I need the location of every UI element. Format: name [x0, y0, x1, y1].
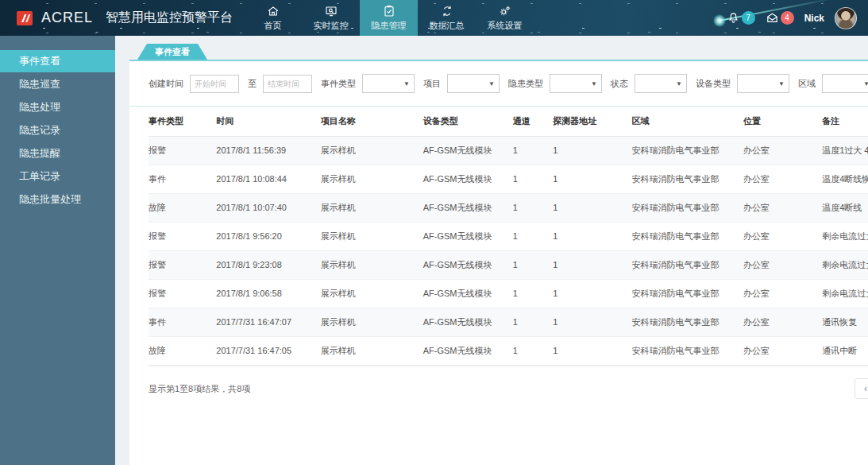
event-table-wrap: 事件类型 时间 项目名称 设备类型 通道 探测器地址 区域 位置 备注 报警20…: [129, 107, 868, 366]
home-icon: [267, 5, 280, 17]
col-remark: 备注: [822, 107, 868, 137]
tab-row: 事件查看: [129, 44, 868, 61]
clipboard-check-icon: [383, 5, 395, 17]
table-row[interactable]: 报警2017/8/1 11:56:39展示样机AF-GSM无线模块11安科瑞消防…: [149, 137, 868, 165]
bell-icon: [727, 11, 740, 25]
messages-mail[interactable]: 4: [766, 11, 794, 25]
table-cell: 1: [513, 223, 554, 251]
table-cell: AF-GSM无线模块: [423, 194, 513, 223]
table-cell: AF-GSM无线模块: [423, 280, 513, 308]
table-cell: 安科瑞消防电气事业部: [631, 280, 743, 308]
notifications-bell[interactable]: 7: [727, 11, 755, 25]
event-type-select[interactable]: ▼: [362, 74, 415, 93]
table-cell: 2017/8/1 9:06:58: [216, 280, 320, 308]
status-label: 状态: [611, 78, 628, 90]
event-type-label: 事件类型: [321, 78, 356, 90]
tab-event-view[interactable]: 事件查看: [137, 44, 207, 60]
project-select[interactable]: ▼: [447, 74, 500, 93]
nav-label: 数据汇总: [430, 20, 465, 32]
nav-label: 系统设置: [488, 20, 523, 32]
table-cell: 办公室: [743, 337, 822, 366]
table-cell: 展示样机: [321, 308, 423, 337]
table-cell: 报警: [149, 251, 216, 280]
sidebar-item-hazard-reminder[interactable]: 隐患提醒: [0, 142, 115, 165]
table-cell: 1: [553, 194, 631, 223]
sidebar-item-hazard-batch[interactable]: 隐患批量处理: [0, 188, 115, 211]
start-time-input[interactable]: [190, 75, 239, 93]
col-region: 区域: [631, 107, 743, 137]
nav-item-hazard-management[interactable]: 隐患管理: [360, 0, 418, 36]
region-select[interactable]: ▼: [822, 74, 868, 93]
status-select[interactable]: ▼: [635, 74, 687, 93]
to-label: 至: [248, 78, 257, 90]
table-cell: 2017/8/1 11:56:39: [216, 137, 320, 165]
chevron-down-icon: ▼: [676, 80, 682, 87]
sidebar-item-hazard-handling[interactable]: 隐患处理: [0, 96, 115, 118]
chevron-down-icon: ▼: [863, 80, 868, 87]
table-cell: 安科瑞消防电气事业部: [631, 165, 743, 194]
pagination: ‹ 1 ›: [854, 378, 868, 399]
table-cell: 办公室: [743, 137, 822, 165]
sidebar-item-hazard-records[interactable]: 隐患记录: [0, 119, 115, 141]
table-footer: 显示第1至8项结果，共8项 ‹ 1 ›: [149, 366, 868, 399]
col-project-name: 项目名称: [321, 107, 423, 137]
table-cell: 1: [513, 194, 554, 223]
table-row[interactable]: 故障2017/7/31 16:47:05展示样机AF-GSM无线模块11安科瑞消…: [149, 337, 868, 366]
hazard-type-label: 隐患类型: [508, 78, 543, 90]
table-cell: 2017/7/31 16:47:07: [216, 308, 320, 337]
nav-item-data-summary[interactable]: 数据汇总: [418, 0, 476, 36]
table-row[interactable]: 事件2017/8/1 10:08:44展示样机AF-GSM无线模块11安科瑞消防…: [149, 165, 868, 194]
sidebar-item-work-orders[interactable]: 工单记录: [0, 165, 115, 188]
chevron-down-icon: ▼: [591, 80, 597, 87]
table-cell: 1: [553, 223, 631, 251]
pagination-prev-button[interactable]: ‹: [855, 379, 868, 398]
table-cell: AF-GSM无线模块: [423, 165, 513, 194]
table-cell: 2017/8/1 10:07:40: [216, 194, 320, 223]
end-time-input[interactable]: [263, 75, 312, 93]
table-cell: 1: [513, 337, 554, 366]
results-summary: 显示第1至8项结果，共8项: [149, 383, 250, 395]
main-content: 事件查看 创建时间 至 事件类型 ▼ 项目 ▼ 隐患类型 ▼ 状态 ▼ 设备类型…: [115, 36, 868, 465]
table-cell: 故障: [149, 194, 216, 223]
table-cell: 安科瑞消防电气事业部: [631, 337, 743, 366]
nav-item-system-settings[interactable]: 系统设置: [476, 0, 534, 36]
data-sync-icon: [441, 5, 453, 17]
col-location: 位置: [743, 107, 822, 137]
col-device-type: 设备类型: [423, 107, 513, 137]
user-avatar[interactable]: [835, 7, 857, 29]
chevron-down-icon: ▼: [403, 80, 410, 87]
col-channel: 通道: [513, 107, 554, 137]
table-cell: 展示样机: [321, 251, 423, 280]
table-cell: AF-GSM无线模块: [423, 137, 513, 165]
table-cell: 办公室: [743, 165, 822, 194]
table-cell: 温度4断线: [822, 194, 868, 223]
nav-item-home[interactable]: 首页: [244, 0, 302, 36]
table-cell: 2017/8/1 9:23:08: [216, 251, 320, 280]
sidebar: 事件查看 隐患巡查 隐患处理 隐患记录 隐患提醒 工单记录 隐患批量处理: [0, 36, 115, 465]
table-cell: 1: [553, 137, 631, 165]
table-cell: 报警: [149, 280, 216, 308]
table-row[interactable]: 报警2017/8/1 9:06:58展示样机AF-GSM无线模块11安科瑞消防电…: [149, 280, 868, 308]
table-cell: 展示样机: [321, 223, 423, 251]
hazard-type-select[interactable]: ▼: [550, 74, 602, 93]
table-cell: 展示样机: [321, 137, 423, 165]
device-type-select[interactable]: ▼: [737, 74, 789, 93]
sidebar-item-event-view[interactable]: 事件查看: [0, 50, 115, 72]
sidebar-item-hazard-inspection[interactable]: 隐患巡查: [0, 73, 115, 95]
table-cell: 剩余电流过大 1376mA: [822, 251, 868, 280]
table-cell: 1: [513, 165, 554, 194]
table-cell: 安科瑞消防电气事业部: [631, 308, 743, 337]
table-row[interactable]: 报警2017/8/1 9:56:20展示样机AF-GSM无线模块11安科瑞消防电…: [149, 223, 868, 251]
nav-item-realtime-monitor[interactable]: 实时监控: [302, 0, 360, 36]
content-panel: 创建时间 至 事件类型 ▼ 项目 ▼ 隐患类型 ▼ 状态 ▼ 设备类型 ▼ 区域…: [129, 61, 868, 465]
table-row[interactable]: 故障2017/8/1 10:07:40展示样机AF-GSM无线模块11安科瑞消防…: [149, 194, 868, 223]
table-cell: 办公室: [743, 223, 822, 251]
table-row[interactable]: 报警2017/8/1 9:23:08展示样机AF-GSM无线模块11安科瑞消防电…: [149, 251, 868, 280]
chevron-down-icon: ▼: [778, 80, 785, 87]
user-name[interactable]: Nick: [804, 13, 824, 24]
table-cell: 办公室: [743, 251, 822, 280]
table-cell: 1: [553, 308, 631, 337]
table-row[interactable]: 事件2017/7/31 16:47:07展示样机AF-GSM无线模块11安科瑞消…: [149, 308, 868, 337]
event-table-body: 报警2017/8/1 11:56:39展示样机AF-GSM无线模块11安科瑞消防…: [149, 137, 868, 366]
acrel-logo-icon: [16, 10, 35, 27]
